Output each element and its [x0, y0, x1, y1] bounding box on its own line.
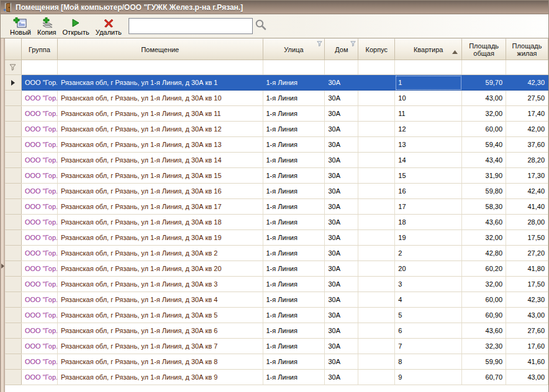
column-header-street[interactable]: Улица — [263, 38, 325, 60]
cell-group[interactable]: ООО "Гор... — [22, 323, 58, 339]
filter-cell-street[interactable] — [263, 60, 325, 74]
cell-premise[interactable]: Рязанская обл, г Рязань, ул 1-я Линия, д… — [58, 106, 263, 122]
table-row[interactable]: ООО "Гор...Рязанская обл, г Рязань, ул 1… — [5, 308, 548, 323]
open-button[interactable]: Открыть — [60, 15, 93, 37]
cell-block[interactable] — [358, 323, 395, 339]
row-selector-cell[interactable] — [5, 370, 22, 385]
filter-cell-area_living[interactable] — [506, 60, 548, 74]
search-icon[interactable] — [255, 19, 267, 33]
new-button[interactable]: Новый — [7, 15, 34, 37]
cell-group[interactable]: ООО "Гор... — [22, 292, 58, 308]
cell-area_living[interactable]: 17,60 — [506, 339, 548, 354]
column-header-area_living[interactable]: Площадь жилая — [506, 38, 548, 60]
cell-house[interactable]: 30А — [325, 277, 358, 292]
row-selector-cell[interactable] — [5, 354, 22, 370]
cell-area_living[interactable]: 28,00 — [506, 215, 548, 230]
cell-street[interactable]: 1-я Линия — [263, 323, 325, 339]
cell-street[interactable]: 1-я Линия — [263, 75, 325, 91]
cell-flat[interactable]: 12 — [395, 122, 462, 137]
cell-flat[interactable]: 11 — [395, 106, 462, 122]
cell-premise[interactable]: Рязанская обл, г Рязань, ул 1-я Линия, д… — [58, 277, 263, 292]
row-selector-cell[interactable] — [5, 339, 22, 354]
filter-icon[interactable] — [317, 40, 322, 48]
cell-flat[interactable]: 8 — [395, 354, 462, 370]
copy-button[interactable]: Копия — [34, 15, 60, 37]
cell-group[interactable]: ООО "Гор... — [22, 137, 58, 153]
cell-group[interactable]: ООО "Гор... — [22, 308, 58, 323]
cell-area_total[interactable]: 59,70 — [462, 75, 506, 91]
cell-block[interactable] — [358, 168, 395, 184]
cell-group[interactable]: ООО "Гор... — [22, 168, 58, 184]
row-selector-cell[interactable] — [5, 106, 22, 122]
cell-group[interactable]: ООО "Гор... — [22, 261, 58, 277]
cell-area_living[interactable]: 42,00 — [506, 122, 548, 137]
cell-area_living[interactable]: 28,20 — [506, 153, 548, 168]
cell-street[interactable]: 1-я Линия — [263, 153, 325, 168]
column-header-block[interactable]: Корпус — [358, 38, 395, 60]
filter-cell-flat[interactable] — [395, 60, 462, 74]
cell-group[interactable]: ООО "Гор... — [22, 277, 58, 292]
cell-house[interactable]: 30А — [325, 106, 358, 122]
cell-group[interactable]: ООО "Гор... — [22, 91, 58, 106]
cell-house[interactable]: 30А — [325, 370, 358, 385]
cell-area_total[interactable]: 59,80 — [462, 184, 506, 199]
cell-block[interactable] — [358, 354, 395, 370]
table-row[interactable]: ООО "Гор...Рязанская обл, г Рязань, ул 1… — [5, 199, 548, 215]
cell-area_living[interactable]: 27,60 — [506, 323, 548, 339]
cell-premise[interactable]: Рязанская обл, г Рязань, ул 1-я Линия, д… — [58, 122, 263, 137]
cell-street[interactable]: 1-я Линия — [263, 339, 325, 354]
cell-area_total[interactable]: 32,30 — [462, 339, 506, 354]
table-row[interactable]: ООО "Гор...Рязанская обл, г Рязань, ул 1… — [5, 292, 548, 308]
cell-street[interactable]: 1-я Линия — [263, 277, 325, 292]
column-header-house[interactable]: Дом — [325, 38, 358, 60]
cell-area_total[interactable]: 32,00 — [462, 106, 506, 122]
cell-premise[interactable]: Рязанская обл, г Рязань, ул 1-я Линия, д… — [58, 370, 263, 385]
cell-group[interactable]: ООО "Гор... — [22, 246, 58, 261]
table-row[interactable]: ООО "Гор...Рязанская обл, г Рязань, ул 1… — [5, 106, 548, 122]
cell-premise[interactable]: Рязанская обл, г Рязань, ул 1-я Линия, д… — [58, 215, 263, 230]
cell-street[interactable]: 1-я Линия — [263, 122, 325, 137]
cell-area_total[interactable]: 43,40 — [462, 153, 506, 168]
cell-block[interactable] — [358, 370, 395, 385]
cell-house[interactable]: 30А — [325, 246, 358, 261]
delete-button[interactable]: Удалить — [93, 15, 125, 37]
filter-cell-block[interactable] — [358, 60, 395, 74]
cell-group[interactable]: ООО "Гор... — [22, 354, 58, 370]
table-row[interactable]: ООО "Гор...Рязанская обл, г Рязань, ул 1… — [5, 277, 548, 292]
cell-house[interactable]: 30А — [325, 292, 358, 308]
table-row[interactable]: ООО "Гор...Рязанская обл, г Рязань, ул 1… — [5, 246, 548, 261]
cell-area_total[interactable]: 43,00 — [462, 91, 506, 106]
cell-block[interactable] — [358, 137, 395, 153]
cell-area_total[interactable]: 60,00 — [462, 122, 506, 137]
cell-group[interactable]: ООО "Гор... — [22, 370, 58, 385]
cell-premise[interactable]: Рязанская обл, г Рязань, ул 1-я Линия, д… — [58, 75, 263, 91]
cell-flat[interactable]: 13 — [395, 137, 462, 153]
cell-block[interactable] — [358, 215, 395, 230]
cell-group[interactable]: ООО "Гор... — [22, 230, 58, 246]
table-row[interactable]: ООО "Гор...Рязанская обл, г Рязань, ул 1… — [5, 153, 548, 168]
cell-flat[interactable]: 9 — [395, 370, 462, 385]
cell-house[interactable]: 30А — [325, 153, 358, 168]
cell-flat[interactable]: 1 — [395, 75, 462, 91]
cell-area_total[interactable]: 42,80 — [462, 246, 506, 261]
cell-premise[interactable]: Рязанская обл, г Рязань, ул 1-я Линия, д… — [58, 199, 263, 215]
cell-block[interactable] — [358, 184, 395, 199]
cell-house[interactable]: 30А — [325, 261, 358, 277]
cell-flat[interactable]: 18 — [395, 215, 462, 230]
side-splitter[interactable] — [1, 38, 5, 392]
cell-block[interactable] — [358, 75, 395, 91]
cell-area_total[interactable]: 60,70 — [462, 370, 506, 385]
cell-premise[interactable]: Рязанская обл, г Рязань, ул 1-я Линия, д… — [58, 292, 263, 308]
cell-premise[interactable]: Рязанская обл, г Рязань, ул 1-я Линия, д… — [58, 246, 263, 261]
cell-block[interactable] — [358, 292, 395, 308]
cell-block[interactable] — [358, 122, 395, 137]
row-selector-cell[interactable] — [5, 246, 22, 261]
table-row[interactable]: ООО "Гор...Рязанская обл, г Рязань, ул 1… — [5, 91, 548, 106]
cell-flat[interactable]: 2 — [395, 246, 462, 261]
cell-flat[interactable]: 3 — [395, 277, 462, 292]
cell-house[interactable]: 30А — [325, 91, 358, 106]
cell-flat[interactable]: 17 — [395, 199, 462, 215]
row-selector-cell[interactable] — [5, 184, 22, 199]
cell-premise[interactable]: Рязанская обл, г Рязань, ул 1-я Линия, д… — [58, 184, 263, 199]
cell-area_living[interactable]: 41,60 — [506, 354, 548, 370]
